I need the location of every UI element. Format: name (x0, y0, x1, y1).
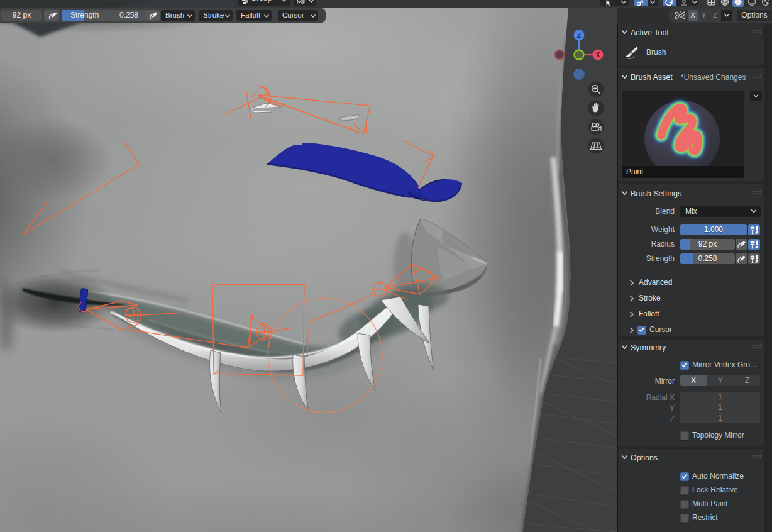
svg-text:X: X (596, 52, 600, 58)
svg-text:Z: Z (577, 32, 581, 39)
